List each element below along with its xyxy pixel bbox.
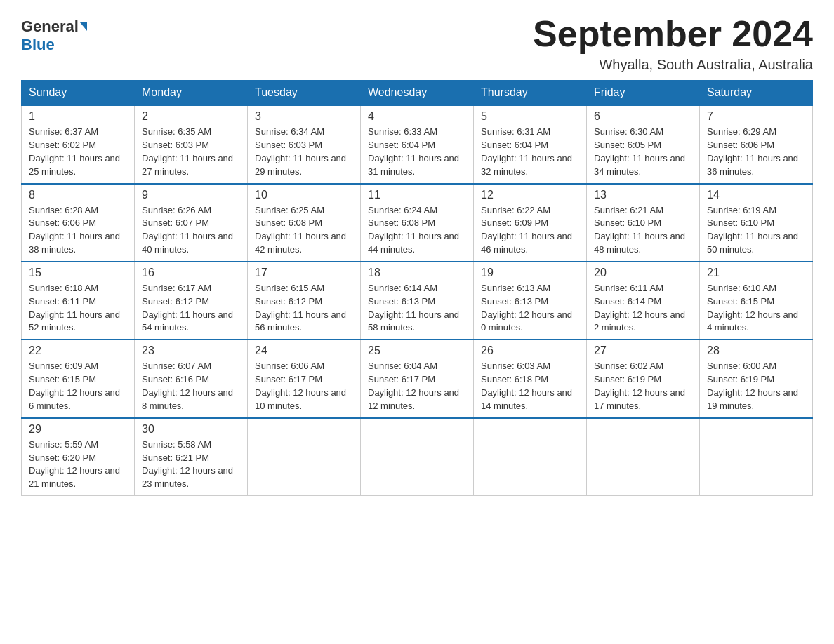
day-number: 23: [142, 344, 240, 357]
day-number: 1: [29, 110, 127, 123]
calendar-cell: 17Sunrise: 6:15 AMSunset: 6:12 PMDayligh…: [248, 262, 361, 340]
day-info: Sunrise: 6:25 AMSunset: 6:08 PMDaylight:…: [255, 204, 353, 257]
day-number: 8: [29, 189, 127, 201]
calendar-cell: 14Sunrise: 6:19 AMSunset: 6:10 PMDayligh…: [700, 184, 813, 262]
calendar-cell: 30Sunrise: 5:58 AMSunset: 6:21 PMDayligh…: [135, 418, 248, 496]
logo-arrow-icon: [80, 22, 87, 31]
day-number: 30: [142, 423, 240, 436]
day-info: Sunrise: 6:24 AMSunset: 6:08 PMDaylight:…: [368, 204, 466, 257]
calendar-cell: 1Sunrise: 6:37 AMSunset: 6:02 PMDaylight…: [22, 105, 135, 183]
day-info: Sunrise: 6:07 AMSunset: 6:16 PMDaylight:…: [142, 360, 240, 412]
calendar-cell: [474, 418, 587, 496]
calendar-header-sunday: Sunday: [22, 81, 135, 106]
calendar-cell: 6Sunrise: 6:30 AMSunset: 6:05 PMDaylight…: [587, 105, 700, 183]
day-number: 25: [368, 344, 466, 357]
day-number: 2: [142, 110, 240, 123]
location-subtitle: Whyalla, South Australia, Australia: [533, 57, 813, 73]
day-number: 12: [481, 189, 579, 201]
day-number: 28: [707, 344, 805, 357]
calendar-cell: 9Sunrise: 6:26 AMSunset: 6:07 PMDaylight…: [135, 184, 248, 262]
day-info: Sunrise: 6:35 AMSunset: 6:03 PMDaylight:…: [142, 126, 240, 178]
day-number: 4: [368, 110, 466, 123]
calendar-cell: 24Sunrise: 6:06 AMSunset: 6:17 PMDayligh…: [248, 340, 361, 417]
day-info: Sunrise: 6:37 AMSunset: 6:02 PMDaylight:…: [29, 126, 127, 178]
calendar-cell: 12Sunrise: 6:22 AMSunset: 6:09 PMDayligh…: [474, 184, 587, 262]
calendar-cell: [248, 418, 361, 496]
page-header: General Blue September 2024 Whyalla, Sou…: [21, 14, 813, 73]
day-number: 29: [29, 423, 127, 436]
calendar-cell: 11Sunrise: 6:24 AMSunset: 6:08 PMDayligh…: [361, 184, 474, 262]
day-number: 22: [29, 344, 127, 357]
day-info: Sunrise: 6:17 AMSunset: 6:12 PMDaylight:…: [142, 282, 240, 335]
day-info: Sunrise: 6:22 AMSunset: 6:09 PMDaylight:…: [481, 204, 579, 257]
calendar-week-row-3: 15Sunrise: 6:18 AMSunset: 6:11 PMDayligh…: [22, 262, 813, 340]
day-info: Sunrise: 6:04 AMSunset: 6:17 PMDaylight:…: [368, 360, 466, 412]
calendar-cell: 15Sunrise: 6:18 AMSunset: 6:11 PMDayligh…: [22, 262, 135, 340]
day-number: 27: [594, 344, 692, 357]
day-number: 3: [255, 110, 353, 123]
day-number: 5: [481, 110, 579, 123]
calendar-week-row-4: 22Sunrise: 6:09 AMSunset: 6:15 PMDayligh…: [22, 340, 813, 417]
logo-blue-text: Blue: [21, 36, 55, 53]
day-number: 17: [255, 267, 353, 279]
day-info: Sunrise: 6:34 AMSunset: 6:03 PMDaylight:…: [255, 126, 353, 178]
calendar-cell: 19Sunrise: 6:13 AMSunset: 6:13 PMDayligh…: [474, 262, 587, 340]
day-info: Sunrise: 6:33 AMSunset: 6:04 PMDaylight:…: [368, 126, 466, 178]
day-info: Sunrise: 6:06 AMSunset: 6:17 PMDaylight:…: [255, 360, 353, 412]
calendar-cell: 26Sunrise: 6:03 AMSunset: 6:18 PMDayligh…: [474, 340, 587, 417]
calendar-cell: 10Sunrise: 6:25 AMSunset: 6:08 PMDayligh…: [248, 184, 361, 262]
day-info: Sunrise: 6:10 AMSunset: 6:15 PMDaylight:…: [707, 282, 805, 335]
calendar-cell: 7Sunrise: 6:29 AMSunset: 6:06 PMDaylight…: [700, 105, 813, 183]
calendar-cell: 25Sunrise: 6:04 AMSunset: 6:17 PMDayligh…: [361, 340, 474, 417]
day-info: Sunrise: 6:21 AMSunset: 6:10 PMDaylight:…: [594, 204, 692, 257]
day-info: Sunrise: 6:19 AMSunset: 6:10 PMDaylight:…: [707, 204, 805, 257]
calendar-cell: 13Sunrise: 6:21 AMSunset: 6:10 PMDayligh…: [587, 184, 700, 262]
day-number: 9: [142, 189, 240, 201]
calendar-cell: 29Sunrise: 5:59 AMSunset: 6:20 PMDayligh…: [22, 418, 135, 496]
day-number: 7: [707, 110, 805, 123]
calendar-week-row-1: 1Sunrise: 6:37 AMSunset: 6:02 PMDaylight…: [22, 105, 813, 183]
day-number: 10: [255, 189, 353, 201]
calendar-cell: 16Sunrise: 6:17 AMSunset: 6:12 PMDayligh…: [135, 262, 248, 340]
day-info: Sunrise: 6:02 AMSunset: 6:19 PMDaylight:…: [594, 360, 692, 412]
calendar-cell: 18Sunrise: 6:14 AMSunset: 6:13 PMDayligh…: [361, 262, 474, 340]
day-number: 26: [481, 344, 579, 357]
calendar-header-row: SundayMondayTuesdayWednesdayThursdayFrid…: [22, 81, 813, 106]
calendar-cell: 28Sunrise: 6:00 AMSunset: 6:19 PMDayligh…: [700, 340, 813, 417]
calendar-header-thursday: Thursday: [474, 81, 587, 106]
day-number: 14: [707, 189, 805, 201]
calendar-cell: 8Sunrise: 6:28 AMSunset: 6:06 PMDaylight…: [22, 184, 135, 262]
day-number: 19: [481, 267, 579, 279]
day-info: Sunrise: 6:14 AMSunset: 6:13 PMDaylight:…: [368, 282, 466, 335]
calendar-cell: 4Sunrise: 6:33 AMSunset: 6:04 PMDaylight…: [361, 105, 474, 183]
day-info: Sunrise: 6:26 AMSunset: 6:07 PMDaylight:…: [142, 204, 240, 257]
calendar-cell: 20Sunrise: 6:11 AMSunset: 6:14 PMDayligh…: [587, 262, 700, 340]
calendar-cell: [361, 418, 474, 496]
calendar-header-tuesday: Tuesday: [248, 81, 361, 106]
calendar-cell: 23Sunrise: 6:07 AMSunset: 6:16 PMDayligh…: [135, 340, 248, 417]
calendar-header-saturday: Saturday: [700, 81, 813, 106]
day-info: Sunrise: 6:13 AMSunset: 6:13 PMDaylight:…: [481, 282, 579, 335]
day-info: Sunrise: 6:09 AMSunset: 6:15 PMDaylight:…: [29, 360, 127, 412]
day-number: 15: [29, 267, 127, 279]
logo: General Blue: [21, 18, 88, 54]
day-number: 16: [142, 267, 240, 279]
calendar-cell: 2Sunrise: 6:35 AMSunset: 6:03 PMDaylight…: [135, 105, 248, 183]
calendar-header-wednesday: Wednesday: [361, 81, 474, 106]
day-info: Sunrise: 5:59 AMSunset: 6:20 PMDaylight:…: [29, 438, 127, 491]
calendar-cell: [587, 418, 700, 496]
day-info: Sunrise: 6:15 AMSunset: 6:12 PMDaylight:…: [255, 282, 353, 335]
calendar-cell: 22Sunrise: 6:09 AMSunset: 6:15 PMDayligh…: [22, 340, 135, 417]
day-number: 21: [707, 267, 805, 279]
day-number: 18: [368, 267, 466, 279]
calendar-cell: 3Sunrise: 6:34 AMSunset: 6:03 PMDaylight…: [248, 105, 361, 183]
day-info: Sunrise: 6:30 AMSunset: 6:05 PMDaylight:…: [594, 126, 692, 178]
calendar-cell: [700, 418, 813, 496]
day-info: Sunrise: 6:31 AMSunset: 6:04 PMDaylight:…: [481, 126, 579, 178]
day-number: 13: [594, 189, 692, 201]
day-number: 24: [255, 344, 353, 357]
day-info: Sunrise: 6:00 AMSunset: 6:19 PMDaylight:…: [707, 360, 805, 412]
month-title: September 2024: [533, 14, 813, 54]
day-info: Sunrise: 6:29 AMSunset: 6:06 PMDaylight:…: [707, 126, 805, 178]
day-number: 6: [594, 110, 692, 123]
